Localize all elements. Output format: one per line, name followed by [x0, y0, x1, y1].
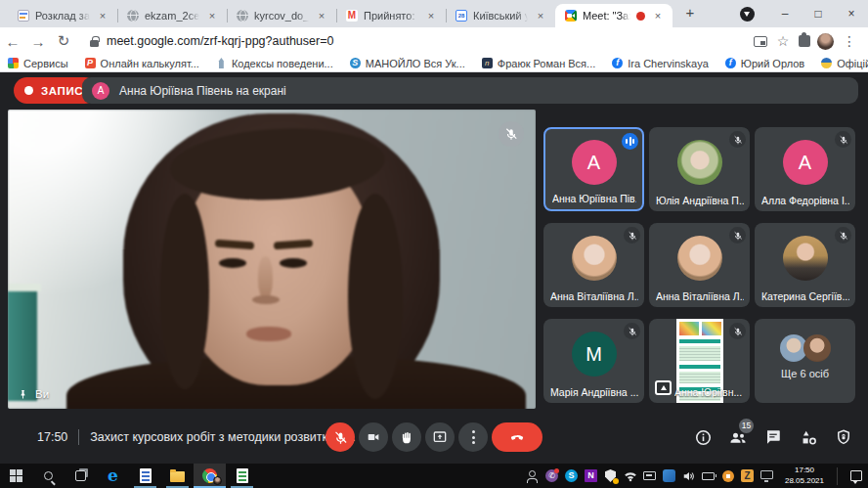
defender-icon[interactable]: [603, 468, 618, 483]
document-app-icon: [140, 468, 152, 483]
bookmark-codex[interactable]: Кодексы поведени...: [216, 58, 333, 69]
tab-close-icon[interactable]: ×: [96, 9, 109, 22]
tile-alla[interactable]: А Алла Федорівна І...: [755, 127, 855, 211]
taskbar-edge[interactable]: e: [97, 464, 129, 488]
video-art-cabinet-top: [8, 284, 41, 291]
video-art-cabinet: [8, 291, 37, 401]
viber-icon[interactable]: ✆: [544, 468, 559, 483]
action-center-button[interactable]: [845, 468, 864, 483]
facebook-icon: f: [612, 58, 623, 68]
coin-app-icon[interactable]: [720, 468, 735, 483]
tab-gmail[interactable]: M Прийнято: Захист кур ×: [336, 4, 446, 27]
forward-icon[interactable]: →: [25, 33, 51, 50]
reload-icon[interactable]: ↻: [51, 32, 76, 50]
bookmark-facebook-1[interactable]: f Ira Chervinskaya: [612, 58, 709, 69]
task-view-button[interactable]: [65, 464, 97, 488]
bookmark-facebook-2[interactable]: f Юрий Орлов: [725, 58, 804, 69]
tile-kateryna[interactable]: Катерина Сергіїв...: [755, 223, 855, 307]
tile-maria[interactable]: М Марія Андріївна ...: [543, 319, 644, 403]
folder-icon: [170, 471, 185, 482]
bookmark-services[interactable]: Сервисы: [8, 58, 68, 69]
leave-call-button[interactable]: [492, 422, 542, 452]
minimize-button[interactable]: –: [768, 0, 802, 27]
bookmark-official-site[interactable]: Офіційний сайт Уп...: [821, 58, 868, 69]
tab-schedule[interactable]: Розклад занять ×: [8, 4, 117, 27]
new-tab-button[interactable]: +: [678, 2, 702, 25]
bookmark-calculator[interactable]: P Онлайн калькулят...: [85, 58, 199, 69]
taskbar-chrome-active[interactable]: [194, 464, 226, 488]
zip-app-icon[interactable]: Z: [740, 468, 755, 483]
self-video-label: Ви: [18, 388, 49, 400]
onenote-icon[interactable]: N: [584, 468, 598, 483]
address-bar[interactable]: meet.google.com/zrf-kqrj-ppg?authuser=0: [107, 34, 333, 48]
tab-close-icon[interactable]: ×: [534, 9, 547, 22]
activities-button[interactable]: [797, 425, 820, 449]
raise-hand-button[interactable]: [392, 422, 421, 452]
participant-name: Юлія Андріївна П...: [656, 195, 744, 206]
mic-toggle-button[interactable]: [326, 422, 355, 452]
mic-muted-icon: [499, 121, 524, 147]
wifi-icon[interactable]: [623, 468, 637, 483]
search-icon: [44, 471, 53, 480]
tab-close-icon[interactable]: ×: [424, 9, 438, 22]
meeting-info: 17:50 Захист курсових робіт з методики р…: [37, 411, 356, 464]
skype-icon[interactable]: S: [564, 468, 579, 483]
battery-icon[interactable]: [701, 468, 716, 483]
people-tray-icon[interactable]: [525, 468, 540, 483]
tab-close-icon[interactable]: ×: [651, 9, 665, 22]
self-video-feed[interactable]: Ви: [8, 110, 536, 409]
start-button[interactable]: [0, 464, 32, 488]
bookmark-star-icon[interactable]: ☆: [774, 33, 792, 49]
back-icon[interactable]: ←: [0, 33, 25, 50]
network-app-icon[interactable]: [662, 468, 676, 483]
tab-calendar[interactable]: 28 Київський університе ×: [446, 4, 555, 27]
chrome-menu-icon[interactable]: ⋮: [841, 33, 858, 49]
media-session-icon[interactable]: [754, 36, 767, 47]
taskbar-clock[interactable]: 17:50 28.05.2021: [779, 466, 830, 487]
video-art-nose: [258, 256, 273, 299]
host-controls-button[interactable]: [832, 425, 855, 449]
browser-tab-strip: Розклад занять × ekzam_2cem_21_05_1. × k…: [0, 0, 868, 27]
extensions-icon[interactable]: [799, 35, 810, 47]
bookmark-manoylo[interactable]: S МАНОЙЛО Вся Ук...: [350, 58, 465, 69]
presenter-banner: А Анна Юріївна Півень на екрані: [82, 77, 858, 104]
tile-screenshare[interactable]: Анна Юріївн...: [649, 319, 750, 403]
tile-yulia[interactable]: Юлія Андріївна П...: [649, 127, 750, 211]
maximize-button[interactable]: □: [802, 0, 835, 27]
more-options-button[interactable]: [458, 422, 488, 452]
mic-muted-icon: [624, 227, 640, 244]
taskbar-writer[interactable]: [129, 464, 161, 488]
bookmark-label: Фраюк Роман Вся...: [498, 58, 595, 69]
tile-more-people[interactable]: Ще 6 осіб: [755, 319, 855, 403]
chat-button[interactable]: [761, 425, 785, 449]
profile-avatar[interactable]: [817, 33, 834, 50]
taskbar-explorer[interactable]: [161, 464, 194, 488]
taskbar-search-button[interactable]: [32, 464, 65, 488]
tab-title: Прийнято: Захист кур: [364, 10, 418, 22]
group-avatars: [780, 334, 831, 362]
ethernet-icon[interactable]: [642, 468, 657, 483]
display-tray-icon[interactable]: [760, 468, 774, 483]
tab-meet-active[interactable]: Meet: "Захист кур ×: [555, 4, 673, 27]
taskbar-calc[interactable]: [226, 464, 258, 488]
tab-ekzam[interactable]: ekzam_2cem_21_05_1. ×: [117, 4, 227, 27]
task-view-icon: [75, 470, 86, 481]
tile-anna-piven[interactable]: А Анна Юріївна Пів...: [543, 127, 644, 211]
tile-anna-vitalivna-1[interactable]: Анна Віталіївна Л...: [543, 223, 644, 307]
close-button[interactable]: ×: [835, 0, 868, 27]
tab-close-icon[interactable]: ×: [315, 9, 328, 22]
present-screen-button[interactable]: [425, 422, 455, 452]
participants-button[interactable]: 15: [726, 425, 750, 449]
media-controls-icon[interactable]: [740, 7, 755, 22]
tile-anna-vitalivna-2[interactable]: Анна Віталіївна Л...: [649, 223, 750, 307]
avatar: М: [572, 332, 617, 377]
meeting-details-button[interactable]: [691, 425, 715, 449]
camera-toggle-button[interactable]: [359, 422, 388, 452]
gmail-favicon: M: [346, 10, 358, 22]
tab-pdf[interactable]: kyrcov_do_25_05.pdf ×: [227, 4, 336, 27]
participant-name: Марія Андріївна ...: [550, 386, 638, 398]
bookmark-fraiuk[interactable]: n Фраюк Роман Вся...: [482, 58, 595, 69]
battery-shape: [702, 472, 715, 480]
tab-close-icon[interactable]: ×: [205, 9, 219, 22]
volume-icon[interactable]: [681, 468, 696, 483]
